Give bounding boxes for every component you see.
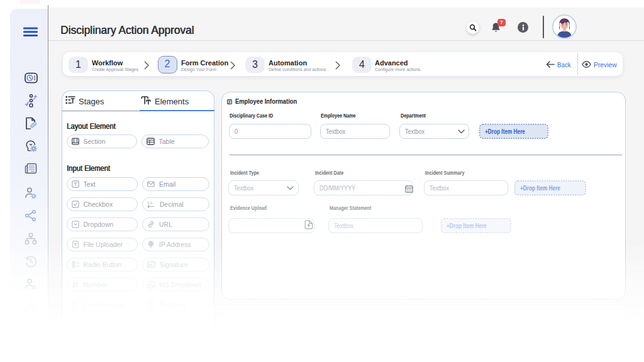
svg-text:0.0: 0.0 [147,201,153,205]
